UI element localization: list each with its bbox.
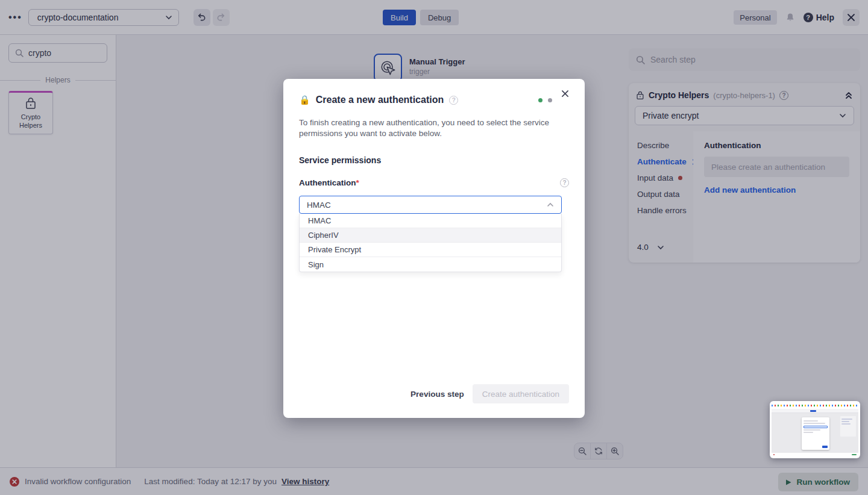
chevron-up-icon — [547, 201, 554, 208]
modal-description: To finish creating a new authentication,… — [299, 117, 564, 139]
option-cipheriv[interactable]: CipherIV — [300, 228, 561, 243]
field-help-icon[interactable]: ? — [560, 178, 569, 187]
preview-toolbar-strip — [772, 409, 858, 413]
modal-title: Create a new authentication — [316, 95, 444, 105]
step-dot-active — [538, 98, 542, 102]
step-dot-inactive — [548, 98, 552, 102]
service-permissions-heading: Service permissions — [299, 155, 569, 165]
close-icon — [561, 90, 569, 98]
preview-mini-panel — [840, 416, 856, 437]
wizard-step-dots — [538, 98, 552, 102]
modal-close-button[interactable] — [561, 90, 569, 98]
option-sign[interactable]: Sign — [300, 257, 561, 272]
preview-bookmarks-strip — [772, 403, 858, 409]
lock-emoji-icon: 🔒 — [299, 95, 310, 105]
create-authentication-modal: 🔒 Create a new authentication ? To finis… — [283, 79, 585, 418]
create-authentication-button[interactable]: Create authentication — [473, 384, 569, 403]
authentication-type-value: HMAC — [307, 201, 331, 210]
preview-mini-modal — [802, 417, 829, 450]
modal-help-icon[interactable]: ? — [449, 96, 458, 105]
option-hmac[interactable]: HMAC — [300, 214, 561, 228]
preview-status-strip — [772, 453, 858, 456]
option-private-encrypt[interactable]: Private Encrypt — [300, 243, 561, 257]
authentication-field-label: Authentication* — [299, 178, 359, 187]
required-asterisk: * — [356, 178, 359, 187]
previous-step-button[interactable]: Previous step — [410, 390, 464, 399]
authentication-type-select[interactable]: HMAC — [299, 196, 562, 214]
screen-preview-content — [772, 403, 858, 456]
authentication-options-list: HMAC CipherIV Private Encrypt Sign — [299, 214, 562, 272]
screen-share-preview[interactable] — [770, 401, 860, 458]
